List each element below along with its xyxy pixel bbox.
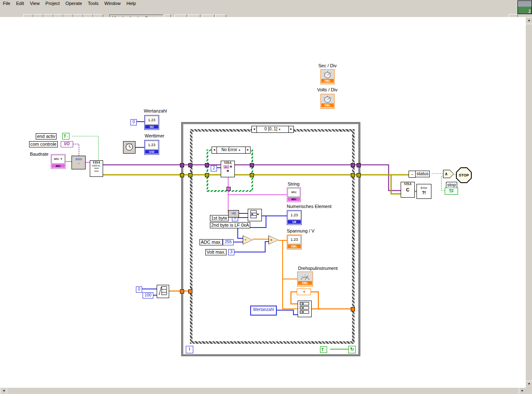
ring-dropdown-icon[interactable]: ▼	[60, 158, 63, 160]
numeric-indicator-terminal[interactable]: 1.23 U8	[287, 210, 302, 225]
terminal-type-strip: DBL	[321, 79, 334, 83]
menu-edit[interactable]: Edit	[13, 0, 27, 7]
stop-function-node[interactable]: STOP	[456, 167, 472, 183]
terminal-value: 1.23	[288, 211, 301, 220]
visa-configure-serial-node[interactable]: VISA SERIAL ▪▪▪▪▪▪▪▪▪▪	[90, 160, 103, 177]
terminal-type-strip: DBL	[288, 245, 301, 248]
tunnel-error[interactable]	[180, 173, 184, 177]
menu-bar: File Edit View Project Operate Tools Win…	[0, 0, 532, 7]
sec-div-knob-terminal[interactable]: DBL	[320, 69, 335, 84]
string-to-byte-array-node[interactable]: u8]	[228, 210, 239, 218]
index-array-node[interactable]	[248, 209, 262, 221]
stop-boolean-terminal[interactable]: TF	[445, 188, 458, 195]
ramp-pattern-node[interactable]	[157, 285, 169, 298]
visa-close-node[interactable]: VISA C	[401, 182, 415, 198]
sequence-next-arrow[interactable]: ►	[289, 126, 293, 132]
vi-icon-badge: 2	[528, 9, 531, 14]
tf-glyph: TF	[449, 189, 454, 193]
string-indicator-terminal[interactable]: abc abc	[287, 187, 301, 202]
horizontal-scrollbar-thumb[interactable]	[7, 387, 520, 394]
volts-div-knob-terminal[interactable]: DBL	[320, 94, 335, 109]
feedback-node[interactable]: ◄	[297, 289, 311, 295]
visa-read-node[interactable]: VISA abc R ▦	[221, 161, 235, 177]
tunnel-visa[interactable]	[351, 163, 355, 167]
tunnel-string[interactable]	[227, 187, 231, 191]
sequence-dropdown-icon[interactable]: ▼	[278, 128, 281, 131]
and-gate-node[interactable]: ∧	[443, 170, 454, 178]
visa-logo: VISA	[401, 182, 414, 186]
tunnel-visa[interactable]	[250, 163, 254, 167]
wertanzahl-indicator-terminal[interactable]: 1.23 I32	[144, 115, 159, 130]
ramp-start-constant[interactable]: 0	[136, 286, 142, 293]
error-handler-node[interactable]: Error ?!	[416, 184, 431, 199]
case-next-arrow[interactable]: ►	[246, 147, 250, 153]
true-constant-value: T	[321, 348, 324, 352]
terminal-value: 1.23	[288, 235, 301, 244]
tunnel-visa[interactable]	[188, 163, 192, 167]
knob-icon	[321, 95, 334, 103]
ramp-count-constant[interactable]: 100	[143, 292, 153, 299]
case-dropdown-icon[interactable]: ▼	[238, 149, 241, 152]
tunnel-error[interactable]	[351, 173, 355, 177]
sequence-frame-selector[interactable]: ◄ 0 [0..1] ▼ ►	[251, 126, 294, 133]
menu-window[interactable]: Window	[101, 0, 123, 7]
build-array-node[interactable]	[298, 301, 312, 317]
wertanzahl-local-variable[interactable]: Wertanzahl	[250, 306, 277, 316]
case-prev-arrow[interactable]: ◄	[212, 147, 217, 153]
string-indicator-label: String	[288, 181, 300, 186]
visa-logo: VISA	[221, 161, 234, 165]
tunnel-error[interactable]	[205, 173, 209, 177]
volt-max-constant[interactable]: 3	[228, 249, 234, 255]
menu-operate[interactable]: Operate	[63, 0, 85, 7]
divide-node[interactable]: ÷	[243, 235, 253, 245]
adc-max-constant[interactable]: 255	[223, 239, 234, 245]
case-selector[interactable]: ◄ No Error ▼ ►	[212, 147, 251, 154]
register-icon: ▦	[221, 169, 234, 172]
tunnel-array[interactable]	[351, 307, 355, 311]
baudrate-ring-terminal[interactable]: abc ▼ abc	[51, 154, 66, 169]
menu-file[interactable]: File	[0, 0, 13, 7]
vertical-scrollbar-thumb[interactable]	[525, 24, 532, 382]
multiply-icon: ×	[269, 236, 278, 244]
tunnel-error[interactable]	[250, 173, 254, 177]
volt-max-label: Volt max.	[205, 249, 227, 255]
tunnel-visa[interactable]	[180, 163, 184, 167]
werttimer-indicator-terminal[interactable]: 1.23 U32	[144, 140, 159, 155]
wait-ms-node[interactable]	[123, 141, 135, 154]
end-activ-label: end activ	[36, 133, 57, 139]
tunnel-ramp[interactable]	[180, 289, 184, 294]
menu-tools[interactable]: Tools	[85, 0, 101, 7]
sec-div-label: Sec / Div	[318, 63, 337, 68]
and-icon: ∧	[443, 170, 453, 178]
tunnel-error[interactable]	[357, 173, 361, 177]
first-byte-label: 1st byte	[210, 215, 229, 221]
menu-help[interactable]: Help	[123, 0, 139, 7]
toolbar: ► ↻ ● ▮▮ ☼ ◉ ↓ → 10pt Application Font ▼…	[0, 7, 532, 17]
loop-condition-terminal[interactable]: ↻	[348, 346, 356, 353]
spannung-indicator-terminal[interactable]: 1.23 DBL	[287, 235, 302, 250]
multiply-node[interactable]: ×	[268, 235, 278, 245]
loop-true-constant[interactable]: T▪	[320, 346, 327, 353]
wertanzahl-init-constant[interactable]: 0	[131, 119, 137, 125]
spannung-indicator-label: Spannung / V	[287, 228, 315, 233]
menu-view[interactable]: View	[27, 0, 43, 7]
byte-count-constant[interactable]: 2	[211, 165, 217, 171]
iteration-terminal[interactable]: i	[186, 346, 193, 353]
menu-project[interactable]: Project	[42, 0, 62, 7]
visa-resource-constant[interactable]: I/O	[61, 141, 73, 147]
vi-icon-pane[interactable]: 2	[517, 0, 532, 14]
clock-icon	[124, 142, 134, 152]
visa-logo: VISA	[90, 161, 103, 164]
sequence-prev-arrow[interactable]: ◄	[252, 126, 256, 132]
tunnel-ramp[interactable]	[188, 289, 192, 294]
tunnel-visa[interactable]	[205, 163, 209, 167]
error-glyph: ?!	[417, 191, 431, 196]
terminal-type-strip: DBL	[298, 281, 312, 285]
format-node[interactable]: 9999 →	[71, 156, 86, 169]
tunnel-error[interactable]	[188, 173, 192, 177]
end-activ-true-constant[interactable]: T▪	[62, 133, 69, 139]
com-controle-label: com controle	[29, 141, 58, 147]
tunnel-visa[interactable]	[357, 163, 361, 167]
drehspul-indicator-terminal[interactable]: DBL	[297, 272, 313, 286]
unbundle-status-node[interactable]: →	[409, 171, 416, 178]
